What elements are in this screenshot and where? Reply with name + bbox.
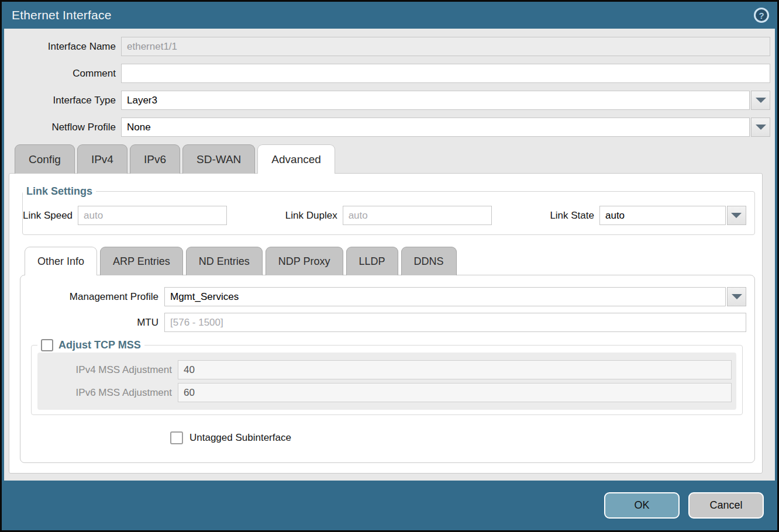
link-duplex-group: Link Duplex [285, 206, 492, 225]
netflow-profile-row: Netflow Profile [9, 118, 770, 137]
link-speed-label: Link Speed [23, 210, 78, 222]
tab-ddns[interactable]: DDNS [401, 247, 457, 275]
adjust-tcp-mss-fieldset: Adjust TCP MSS IPv4 MSS Adjustment IPv6 … [31, 339, 743, 415]
interface-name-row: Interface Name [9, 37, 770, 56]
interface-type-dropdown-button[interactable] [751, 91, 770, 110]
dialog-titlebar: Ethernet Interface ? [4, 2, 775, 29]
mtu-label: MTU [29, 317, 164, 329]
link-state-select[interactable] [599, 206, 726, 225]
adjust-tcp-mss-legend-text: Adjust TCP MSS [58, 339, 141, 351]
link-speed-group: Link Speed [23, 206, 227, 225]
adjust-tcp-mss-legend: Adjust TCP MSS [37, 339, 144, 351]
ipv6-mss-label: IPv6 MSS Adjustment [42, 387, 178, 399]
tab-advanced[interactable]: Advanced [257, 144, 335, 174]
tab-lldp[interactable]: LLDP [346, 247, 398, 275]
untagged-subinterface-row: Untagged Subinterface [170, 431, 746, 444]
ipv4-mss-field [178, 360, 732, 379]
other-info-panel: Management Profile MTU [20, 275, 755, 463]
netflow-profile-dropdown-button[interactable] [751, 118, 770, 137]
tab-ipv4[interactable]: IPv4 [77, 144, 127, 174]
netflow-profile-select[interactable] [121, 118, 750, 137]
dialog-body: Interface Name Comment Interface Type Ne… [4, 29, 775, 481]
link-settings-row: Link Speed Link Duplex Link State [23, 206, 746, 225]
link-duplex-label: Link Duplex [285, 210, 343, 222]
cancel-button[interactable]: Cancel [688, 492, 764, 519]
interface-type-select[interactable] [121, 91, 750, 110]
chevron-down-icon [756, 125, 766, 130]
dialog-footer: OK Cancel [4, 481, 775, 530]
tab-ipv6[interactable]: IPv6 [130, 144, 180, 174]
tab-config[interactable]: Config [15, 144, 75, 174]
inner-tab-bar: Other Info ARP Entries ND Entries NDP Pr… [25, 247, 756, 275]
netflow-profile-label: Netflow Profile [9, 122, 121, 133]
mtu-row: MTU [29, 313, 746, 332]
interface-name-field [121, 37, 770, 56]
ipv6-mss-row: IPv6 MSS Adjustment [42, 383, 732, 402]
tab-arp-entries[interactable]: ARP Entries [100, 247, 183, 275]
comment-row: Comment [9, 64, 770, 83]
ipv4-mss-label: IPv4 MSS Adjustment [42, 364, 178, 376]
tab-ndp-proxy[interactable]: NDP Proxy [266, 247, 343, 275]
dialog-title: Ethernet Interface [12, 8, 112, 22]
tab-other-info[interactable]: Other Info [25, 247, 97, 275]
chevron-down-icon [732, 294, 742, 299]
untagged-subinterface-label: Untagged Subinterface [189, 432, 291, 444]
comment-field[interactable] [121, 64, 770, 83]
main-tab-bar: Config IPv4 IPv6 SD-WAN Advanced [15, 144, 770, 174]
interface-name-label: Interface Name [9, 41, 121, 53]
link-duplex-field[interactable] [343, 206, 492, 225]
link-settings-legend: Link Settings [23, 185, 96, 198]
tab-sd-wan[interactable]: SD-WAN [182, 144, 255, 174]
comment-label: Comment [9, 68, 121, 80]
ipv4-mss-row: IPv4 MSS Adjustment [42, 360, 732, 379]
advanced-tab-panel: Link Settings Link Speed Link Duplex Lin… [9, 173, 763, 474]
ethernet-interface-dialog: Ethernet Interface ? Interface Name Comm… [0, 0, 779, 532]
link-settings-fieldset: Link Settings Link Speed Link Duplex Lin… [22, 185, 755, 235]
dialog-window: Ethernet Interface ? Interface Name Comm… [2, 2, 777, 530]
interface-type-label: Interface Type [9, 95, 121, 106]
ipv6-mss-field [178, 383, 732, 402]
adjust-tcp-mss-checkbox[interactable] [41, 339, 53, 351]
mtu-field[interactable] [164, 313, 746, 332]
ok-button[interactable]: OK [604, 492, 680, 519]
link-state-label: Link State [550, 210, 599, 222]
management-profile-dropdown-button[interactable] [727, 287, 746, 306]
management-profile-label: Management Profile [29, 291, 164, 303]
link-state-group: Link State [550, 206, 746, 225]
interface-type-row: Interface Type [9, 91, 770, 110]
mss-disabled-box: IPv4 MSS Adjustment IPv6 MSS Adjustment [37, 353, 736, 410]
management-profile-row: Management Profile [29, 287, 746, 306]
tab-nd-entries[interactable]: ND Entries [186, 247, 263, 275]
link-state-dropdown-button[interactable] [727, 206, 746, 225]
link-speed-field[interactable] [78, 206, 227, 225]
chevron-down-icon [731, 213, 742, 218]
untagged-subinterface-checkbox[interactable] [170, 431, 183, 444]
help-icon[interactable]: ? [754, 8, 769, 23]
chevron-down-icon [756, 98, 766, 103]
management-profile-select[interactable] [164, 287, 726, 306]
